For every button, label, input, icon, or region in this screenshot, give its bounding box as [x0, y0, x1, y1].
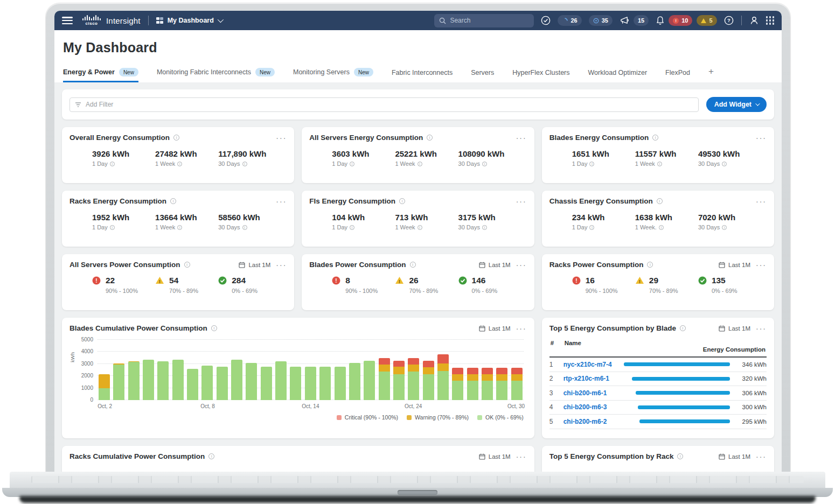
bar-segment-warning	[99, 374, 110, 388]
requests-success-icon[interactable]	[541, 16, 551, 25]
column-header-energy: Energy Consumption	[565, 346, 766, 353]
power-stat-range: 70% - 89%	[409, 288, 438, 294]
power-stat-text: 2670% - 89%	[409, 276, 438, 294]
time-range-selector[interactable]: Last 1M	[479, 453, 511, 460]
time-range-selector[interactable]: Last 1M	[479, 325, 511, 332]
app-switcher-icon[interactable]	[766, 16, 775, 25]
blade-name-link[interactable]: rtp-x210c-m6-1	[563, 375, 627, 382]
blade-name-link[interactable]: chi-b200-m6-1	[563, 389, 627, 397]
top5-blade-title: Top 5 Energy Consumption by Blade	[549, 324, 676, 332]
add-widget-label: Add Widget	[714, 101, 752, 108]
stat-value: 117,890 kWh	[218, 149, 281, 158]
tab-fabric-interconnects[interactable]: Fabric Interconnects	[392, 69, 453, 82]
dashboard-selector[interactable]: My Dashboard	[156, 17, 222, 24]
widget-options-menu[interactable]: ···	[516, 136, 527, 140]
widget-options-menu[interactable]: ···	[276, 199, 287, 204]
time-range-selector[interactable]: Last 1M	[719, 325, 750, 332]
tab-servers[interactable]: Servers	[471, 69, 494, 82]
bar-segment-critical	[408, 358, 419, 365]
widget-options-menu[interactable]: ···	[516, 199, 527, 204]
info-icon: i	[482, 162, 487, 166]
widget-options-menu[interactable]: ···	[756, 326, 767, 331]
blade-name-link[interactable]: nyc-x210c-m7-4	[563, 361, 627, 368]
widget-header: Blades Energy Consumptioni···	[549, 134, 767, 142]
requests-in-progress-badge[interactable]: 26	[558, 15, 581, 26]
blade-name-link[interactable]: chi-b200-m6-2	[563, 418, 627, 425]
bar-segment-ok	[128, 362, 140, 400]
ok-icon-box	[218, 276, 227, 294]
power-stat-count: 54	[169, 276, 198, 285]
nav-right-cluster: Search 26 35 15 ! 10	[434, 14, 774, 27]
bar-segment-ok	[482, 381, 493, 400]
tab-hyperflex-clusters[interactable]: HyperFlex Clusters	[512, 69, 569, 82]
alarms-critical-badge[interactable]: ! 10	[669, 15, 692, 26]
power-stat-count: 16	[586, 276, 618, 285]
widget-options-menu[interactable]: ···	[516, 454, 527, 459]
row-value: 295 kWh	[733, 418, 767, 425]
stacked-bar	[364, 361, 375, 400]
x-axis-tick: Oct, 30	[507, 403, 525, 409]
alarms-warning-badge[interactable]: 5	[697, 15, 716, 26]
info-icon: i	[680, 325, 686, 331]
help-icon[interactable]: ?	[724, 16, 734, 25]
time-range-selector[interactable]: Last 1M	[719, 453, 750, 460]
tab-monitoring-servers[interactable]: Monitoring ServersNew	[293, 68, 373, 82]
dashboard-page: My Dashboard Energy & PowerNewMonitoring…	[54, 30, 782, 474]
widget-options-menu[interactable]: ···	[276, 136, 287, 140]
legend-swatch	[407, 415, 412, 420]
widget-options-menu[interactable]: ···	[516, 326, 527, 331]
bar-segment-ok	[172, 360, 184, 400]
legend-label: Critical (90% - 100%)	[345, 414, 398, 421]
column-header-name: Name	[565, 340, 701, 346]
widget-options-menu[interactable]: ···	[756, 199, 767, 204]
tab-monitoring-fabric-interconnects[interactable]: Monitoring Fabric InterconnectsNew	[157, 68, 275, 82]
widget-header-right: Last 1M···	[479, 325, 527, 332]
power-stat-count: 8	[345, 276, 378, 285]
nav-divider	[741, 16, 742, 25]
blade-name-link[interactable]: chi-b200-m6-3	[563, 403, 627, 411]
power-stat-warning: !5470% - 89%	[155, 276, 218, 294]
stat: 25221 kWh1 Weeki	[395, 149, 458, 167]
widget-header-right: ···	[276, 136, 287, 140]
announcements-megaphone-icon[interactable]	[620, 16, 630, 25]
widget-options-menu[interactable]: ···	[756, 454, 767, 459]
time-range-selector[interactable]: Last 1M	[719, 262, 750, 268]
row-value: 346 kWh	[733, 361, 767, 368]
search-input[interactable]: Search	[434, 14, 534, 27]
stat: 234 kWh1 Dayi	[572, 213, 635, 230]
user-profile-icon[interactable]	[749, 16, 759, 25]
add-filter-input[interactable]: Add Filter	[69, 97, 699, 112]
critical-icon-box: !	[92, 276, 101, 294]
page-title: My Dashboard	[63, 40, 773, 55]
menu-hamburger-icon[interactable]	[62, 17, 73, 24]
tab-label: FlexPod	[665, 69, 690, 76]
tab-energy-power[interactable]: Energy & PowerNew	[63, 68, 138, 82]
add-tab-button[interactable]: +	[708, 66, 714, 82]
tab-workload-optimizer[interactable]: Workload Optimizer	[588, 69, 648, 82]
widget-options-menu[interactable]: ···	[756, 263, 767, 267]
tab-flexpod[interactable]: FlexPod	[665, 69, 690, 82]
legend-label: Warning (70% - 89%)	[415, 414, 469, 421]
widget-options-menu[interactable]: ···	[276, 263, 287, 267]
stat: 49530 kWh30 Daysi	[698, 149, 761, 167]
warning-alarm-icon	[701, 18, 706, 23]
stat: 3926 kWh1 Dayi	[92, 149, 155, 167]
announcements-count-badge[interactable]: 15	[634, 15, 649, 26]
widget-options-menu[interactable]: ···	[516, 263, 527, 267]
widget-options-menu[interactable]: ···	[756, 136, 767, 140]
time-range-selector[interactable]: Last 1M	[239, 262, 270, 268]
power-stat-range: 0% - 69%	[712, 288, 737, 294]
time-range-selector[interactable]: Last 1M	[479, 262, 511, 268]
widget-header-right: Last 1M···	[479, 453, 527, 460]
info-icon: i	[399, 198, 405, 204]
stat-value: 3603 kWh	[332, 149, 395, 158]
power-stat-range: 90% - 100%	[345, 288, 378, 294]
alarms-bell-icon[interactable]	[656, 16, 665, 25]
page-header: My Dashboard Energy & PowerNewMonitoring…	[54, 30, 782, 82]
info-icon: i	[659, 225, 664, 230]
x-axis-tick: Oct, 14	[302, 403, 319, 409]
widget-header: Racks Cumulative Power ConsumptioniLast …	[69, 452, 527, 460]
requests-scheduled-badge[interactable]: 35	[589, 15, 613, 26]
add-widget-button[interactable]: Add Widget	[706, 97, 767, 112]
overall-energy-consumption-title: Overall Energy Consumption	[69, 134, 170, 142]
